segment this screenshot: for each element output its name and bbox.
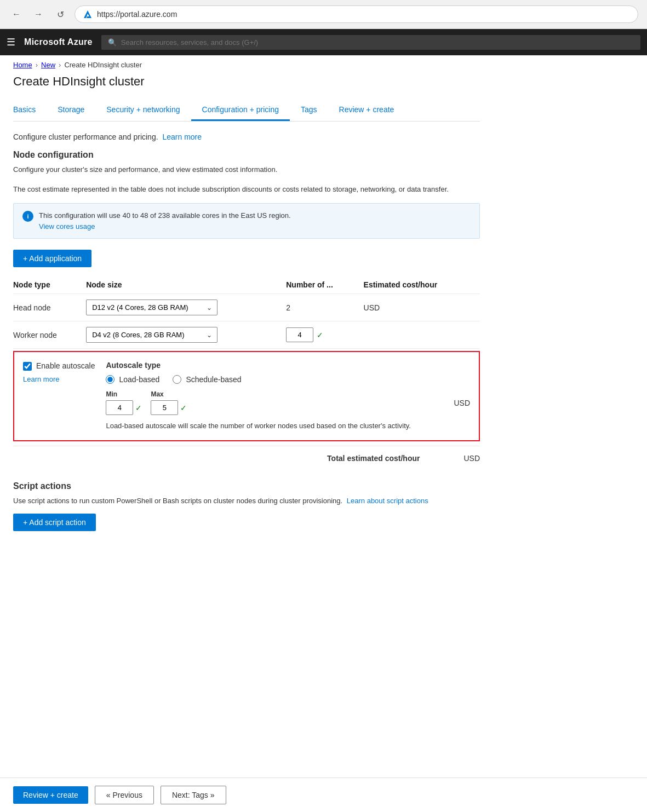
page-title: Create HDInsight cluster (13, 74, 480, 89)
worker-node-size-select[interactable]: D4 v2 (8 Cores, 28 GB RAM) (86, 327, 217, 343)
node-config-note: Configure your cluster's size and perfor… (13, 164, 480, 175)
worker-node-count-input[interactable] (286, 327, 313, 342)
col-node-size: Node size (86, 276, 286, 294)
breadcrumb-new[interactable]: New (41, 61, 55, 69)
azure-topnav: ☰ Microsoft Azure 🔍 (0, 29, 647, 55)
tab-configuration-pricing[interactable]: Configuration + pricing (191, 100, 290, 121)
max-check-icon: ✓ (180, 404, 187, 412)
learn-script-actions-link[interactable]: Learn about script actions (347, 497, 428, 505)
back-button[interactable]: ← (9, 7, 24, 22)
search-icon: 🔍 (108, 38, 117, 47)
forward-button[interactable]: → (31, 7, 46, 22)
breadcrumb-sep-1: › (36, 61, 38, 69)
autoscale-checkbox-row: Enable autoscale (23, 361, 95, 372)
script-note: Use script actions to run custom PowerSh… (13, 496, 480, 506)
script-actions-section: Script actions Use script actions to run… (13, 481, 480, 532)
autoscale-right: Autoscale type Load-based Schedule-based… (106, 361, 470, 431)
svg-marker-0 (84, 10, 91, 18)
breadcrumb: Home › New › Create HDInsight cluster (0, 55, 647, 74)
view-cores-link[interactable]: View cores usage (39, 222, 95, 231)
radio-schedule-based[interactable]: Schedule-based (173, 375, 241, 384)
worker-count-check-icon: ✓ (317, 331, 323, 339)
total-label: Total estimated cost/hour (327, 454, 420, 463)
col-number: Number of ... (286, 276, 363, 294)
enable-autoscale-checkbox[interactable] (23, 362, 32, 371)
head-node-size-select[interactable]: D12 v2 (4 Cores, 28 GB RAM) (86, 300, 217, 315)
total-row: Total estimated cost/hour USD (13, 446, 480, 470)
address-bar: https://portal.azure.com (75, 5, 638, 23)
azure-search-box[interactable]: 🔍 (101, 35, 640, 50)
autoscale-enable-label: Enable autoscale (36, 361, 95, 372)
max-value-input[interactable] (151, 400, 178, 415)
autoscale-description: Load-based autoscale will scale the numb… (106, 421, 470, 431)
url-text: https://portal.azure.com (97, 10, 177, 19)
breadcrumb-home[interactable]: Home (13, 61, 32, 69)
head-node-cost: USD (364, 294, 480, 321)
worker-node-dropdown-wrapper: D4 v2 (8 Cores, 28 GB RAM) (86, 327, 217, 343)
autoscale-usd-label: USD (454, 399, 470, 407)
azure-logo-icon (83, 9, 93, 19)
info-text: This configuration will use 40 to 48 of … (39, 210, 291, 232)
node-table: Node type Node size Number of ... Estima… (13, 276, 480, 349)
head-node-dropdown-wrapper: D12 v2 (4 Cores, 28 GB RAM) (86, 300, 217, 315)
worker-node-number: ✓ (286, 321, 363, 349)
total-usd: USD (463, 454, 480, 463)
hamburger-icon[interactable]: ☰ (7, 36, 15, 48)
radio-schedule-based-input[interactable] (173, 375, 181, 384)
info-box: i This configuration will use 40 to 48 o… (13, 203, 480, 239)
minmax-row: Min ✓ Max ✓ USD (106, 390, 470, 415)
radio-load-based-input[interactable] (106, 375, 114, 384)
min-value-input[interactable] (106, 400, 133, 415)
tab-storage[interactable]: Storage (47, 100, 95, 121)
info-icon: i (22, 211, 33, 222)
col-cost: Estimated cost/hour (364, 276, 480, 294)
tab-basics[interactable]: Basics (13, 100, 47, 121)
breadcrumb-current: Create HDInsight cluster (64, 61, 142, 69)
tab-tags[interactable]: Tags (290, 100, 328, 121)
min-check-icon: ✓ (135, 404, 142, 412)
section-description: Configure cluster performance and pricin… (13, 133, 480, 141)
min-group: Min ✓ (106, 390, 142, 415)
learn-more-link[interactable]: Learn more (162, 133, 202, 141)
worker-node-size-cell: D4 v2 (8 Cores, 28 GB RAM) (86, 321, 286, 349)
node-config-heading: Node configuration (13, 150, 480, 160)
autoscale-learn-more-link[interactable]: Learn more (23, 375, 95, 383)
tabs-container: Basics Storage Security + networking Con… (13, 100, 480, 122)
breadcrumb-sep-2: › (59, 61, 61, 69)
search-input[interactable] (121, 38, 634, 47)
refresh-button[interactable]: ↺ (53, 7, 68, 22)
tab-review-create[interactable]: Review + create (328, 100, 405, 121)
max-group: Max ✓ (151, 390, 187, 415)
autoscale-box: Enable autoscale Learn more Autoscale ty… (13, 351, 480, 441)
radio-load-based[interactable]: Load-based (106, 375, 159, 384)
autoscale-left: Enable autoscale Learn more (23, 361, 95, 383)
table-row: Worker node D4 v2 (8 Cores, 28 GB RAM) ✓ (13, 321, 480, 349)
page-container: Create HDInsight cluster Basics Storage … (0, 74, 493, 588)
worker-node-type: Worker node (13, 321, 86, 349)
head-node-type: Head node (13, 294, 86, 321)
head-node-size-cell: D12 v2 (4 Cores, 28 GB RAM) (86, 294, 286, 321)
azure-brand: Microsoft Azure (24, 37, 93, 47)
min-label: Min (106, 390, 142, 398)
head-node-number: 2 (286, 294, 363, 321)
add-application-button[interactable]: + Add application (13, 250, 91, 267)
tab-security-networking[interactable]: Security + networking (95, 100, 191, 121)
worker-node-cost (364, 321, 480, 349)
browser-chrome: ← → ↺ https://portal.azure.com (0, 0, 647, 29)
table-note: The cost estimate represented in the tab… (13, 184, 480, 195)
table-row: Head node D12 v2 (4 Cores, 28 GB RAM) 2 … (13, 294, 480, 321)
max-label: Max (151, 390, 187, 398)
col-node-type: Node type (13, 276, 86, 294)
autoscale-radios: Load-based Schedule-based (106, 375, 470, 384)
script-actions-heading: Script actions (13, 481, 480, 491)
autoscale-type-label: Autoscale type (106, 361, 470, 370)
add-script-action-button[interactable]: + Add script action (13, 514, 96, 531)
